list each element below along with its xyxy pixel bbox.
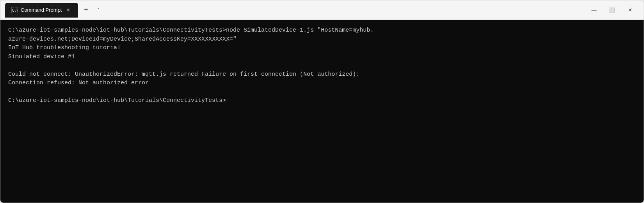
tab-label: Command Prompt [21,7,62,13]
title-bar: C:\ Command Prompt ✕ + ˅ — ⬜ ✕ [0,0,644,20]
tab-area: C:\ Command Prompt ✕ + ˅ [5,3,105,18]
title-bar-left: C:\ Command Prompt ✕ + ˅ [5,3,585,18]
terminal-line-6: Connection refused: Not authorized error [8,79,636,88]
svg-text:C:\: C:\ [12,9,18,12]
terminal-body[interactable]: C:\azure-iot-samples-node\iot-hub\Tutori… [0,20,644,203]
window: C:\ Command Prompt ✕ + ˅ — ⬜ ✕ C:\azure-… [0,0,644,203]
window-controls: — ⬜ ✕ [585,0,639,20]
minimize-button[interactable]: — [585,0,603,20]
maximize-button[interactable]: ⬜ [603,0,621,20]
terminal-line-5: Could not connect: UnauthorizedError: mq… [8,70,636,79]
terminal-line-1: azure-devices.net;DeviceId=myDevice;Shar… [8,35,636,44]
terminal-line-0: C:\azure-iot-samples-node\iot-hub\Tutori… [8,26,636,35]
tab-close-button[interactable]: ✕ [65,7,72,14]
close-button[interactable]: ✕ [621,0,639,20]
blank-line-2 [8,88,636,97]
terminal-line-3: Simulated device #1 [8,53,636,62]
terminal-prompt: C:\azure-iot-samples-node\iot-hub\Tutori… [8,96,636,105]
terminal-line-2: IoT Hub troubleshooting tutorial [8,44,636,53]
tab-dropdown-button[interactable]: ˅ [92,4,105,16]
active-tab[interactable]: C:\ Command Prompt ✕ [5,3,78,18]
blank-line-1 [8,61,636,70]
cmd-icon: C:\ [11,7,18,13]
new-tab-button[interactable]: + [80,4,92,16]
